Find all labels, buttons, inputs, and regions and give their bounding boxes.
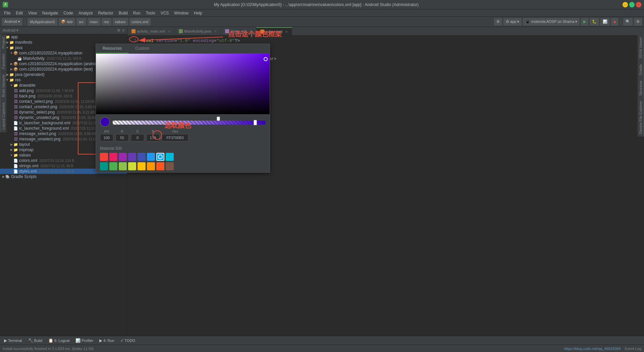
menu-file[interactable]: File [1,10,13,16]
swatch-purple[interactable] [119,153,127,161]
swatch-teal[interactable] [100,162,108,170]
color-preview [100,117,110,127]
swatch-light-green[interactable] [119,162,127,170]
logcat-button[interactable]: 📋 6: Logcat [46,338,72,344]
green-input[interactable] [131,134,144,141]
toolbar-res[interactable]: res [102,18,111,26]
swatch-cyan[interactable] [166,153,174,161]
minimize-button[interactable]: — [623,2,628,7]
tree-label: back.png [19,94,36,98]
sidebar-sync-icon[interactable]: ⚙ [117,28,120,33]
menu-tools[interactable]: Tools [143,10,158,16]
toolbar-android[interactable]: Android ▾ [2,18,22,26]
cp-tab-custom[interactable]: Custom [128,44,156,53]
menu-run[interactable]: Run [130,10,143,16]
toolbar-device[interactable]: 📱 motorola AOSP on Shama ▾ [523,18,580,26]
blue-input[interactable] [146,134,160,141]
swatch-lime[interactable] [128,162,136,170]
tree-label: ic_launcher_background.xml [19,121,70,125]
alpha-thumb[interactable] [254,120,257,125]
menu-code[interactable]: Code [61,10,76,16]
side-tab-layout-captures[interactable]: Layout Captures [0,100,6,132]
toolbar-settings[interactable]: ⚙ [634,18,642,26]
swatch-blue[interactable] [147,153,155,161]
swatch-orange[interactable] [147,162,155,170]
sidebar-gear-icon[interactable]: ≡ [122,28,124,33]
menu-help[interactable]: Help [191,10,205,16]
toolbar-sync[interactable]: ⚙ [494,18,502,26]
side-tab-gradle[interactable]: Gradle [638,61,644,78]
toolbar-project[interactable]: MyApplication5 [28,18,57,26]
menu-edit[interactable]: Edit [13,10,25,16]
menu-window[interactable]: Window [171,10,191,16]
swatch-amber[interactable] [138,162,146,170]
run-button[interactable]: ▶ 4: Run [97,338,117,344]
tree-item-gradle[interactable]: ▶ 🐘 Gradle Scripts [0,174,127,179]
image-icon: 🖼 [13,137,18,141]
package-icon: 📦 [13,67,18,72]
logcat-label: 6: Logcat [54,339,69,343]
toolbar-run-btn[interactable]: ▶ [581,18,588,26]
swatch-red[interactable] [100,153,108,161]
swatch-pink[interactable] [109,153,117,161]
menu-build[interactable]: Build [116,10,130,16]
toolbar-search[interactable]: 🔍 [623,18,633,26]
color-swatches-row1 [100,153,266,161]
run-label: 4: Run [103,339,114,343]
side-tab-favorites[interactable]: Favorites [0,51,6,72]
right-side-tabs: JSYN Viewer Gradle Structure Device File… [638,34,644,137]
terminal-button[interactable]: ▶ Terminal [1,338,25,344]
toolbar-debug-btn[interactable]: 🐛 [590,18,599,26]
red-input[interactable] [115,134,129,141]
close-button[interactable]: ✕ [636,2,641,7]
toolbar-separator-2 [621,19,621,25]
menu-refactor[interactable]: Refactor [96,10,116,16]
todo-button[interactable]: ✓ TODO [118,338,138,344]
side-tab-device-file-explorer[interactable]: Device File Explorer [638,98,644,136]
swatch-light-blue[interactable] [156,153,164,161]
toolbar-src[interactable]: src [76,18,86,26]
side-tab-jsyn[interactable]: JSYN Viewer [638,34,644,61]
menu-navigate[interactable]: Navigate [40,10,61,16]
tab-close-icon[interactable]: ✕ [214,30,217,33]
tree-item-app[interactable]: ▼ 📁 app [0,34,127,40]
profiler-button[interactable]: 📊 Profiler [73,338,96,344]
toolbar-main[interactable]: main [88,18,100,26]
app-icon: A [3,2,8,7]
toolbar-values[interactable]: values [113,18,128,26]
menu-view[interactable]: View [25,10,40,16]
blog-url[interactable]: https://blog.csdn.net/qq_46626384 [564,347,621,351]
tab-mainactivity[interactable]: MainActivity.java ✕ [175,27,221,35]
toolbar-stop-btn[interactable]: ■ [611,18,618,26]
hex-input[interactable] [162,134,189,141]
tab-close-icon[interactable]: ✕ [168,30,170,33]
tab-activity-main[interactable]: activity_main.xml ✕ [127,27,175,35]
menu-vcs[interactable]: VCS [158,10,172,16]
tree-label: styles.xml [19,169,37,174]
swatch-deep-purple[interactable] [128,153,136,161]
event-log-btn[interactable]: Event Log [625,347,641,351]
menu-analyze[interactable]: Analyze [76,10,96,16]
tree-label: drawable [19,83,36,88]
toolbar-app[interactable]: 📦 app [59,18,75,26]
tree-arrow: ▼ [9,153,13,157]
alpha-input[interactable] [100,134,113,141]
build-button[interactable]: 🔨 Build [25,338,45,344]
toolbar-profiler-btn[interactable]: 📊 [600,18,610,26]
side-tab-build-variants[interactable]: Build Variants [0,72,6,100]
maximize-button[interactable]: □ [629,2,635,7]
side-tab-project[interactable]: Project [0,34,6,51]
color-swatches-row2 [100,162,266,170]
toolbar-sdk[interactable]: ⚙ app ▾ [503,18,522,26]
build-label: Build [34,339,42,343]
side-tab-structure[interactable]: Structure [638,78,644,98]
swatch-indigo[interactable] [138,153,146,161]
toolbar-colorsxml[interactable]: colors.xml [129,18,151,26]
tab-close-icon[interactable]: ✕ [285,30,288,34]
color-gradient-picker[interactable] [96,54,270,114]
swatch-brown[interactable] [166,162,174,170]
swatch-deep-orange[interactable] [156,162,164,170]
cp-tab-resources[interactable]: Resources [96,44,128,53]
swatch-green[interactable] [109,162,117,170]
logcat-icon: 📋 [48,338,53,343]
